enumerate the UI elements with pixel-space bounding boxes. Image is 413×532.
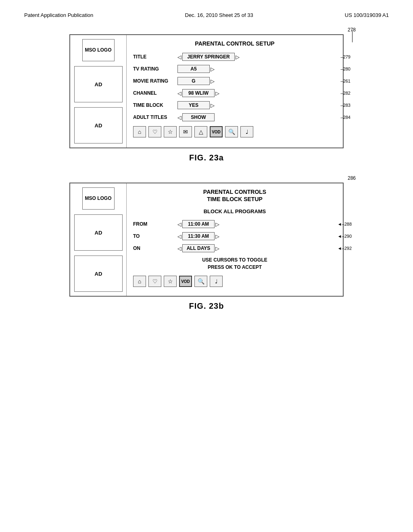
- adult-titles-value: SHOW: [182, 113, 215, 121]
- on-control[interactable]: ◁ ALL DAYS ▷: [177, 244, 336, 252]
- from-arrow-right[interactable]: ▷: [215, 221, 219, 227]
- channel-value: 98 WLIW: [182, 89, 215, 97]
- time-block-row: TIME BLOCK YES ▷ –283: [133, 101, 336, 109]
- screen-23b: MSO LOGO AD AD PARENTAL CONTROLSTIME BLO…: [69, 183, 344, 297]
- patent-header: Patent Application Publication Dec. 16, …: [24, 12, 389, 18]
- movie-rating-control[interactable]: G ▷: [177, 77, 336, 85]
- on-arrow-right[interactable]: ▷: [215, 245, 219, 251]
- icon-bar-23a: ⌂ ♡ ☆ ✉ △ VOD 🔍 ♩: [133, 126, 336, 137]
- channel-row: CHANNEL ◁ 98 WLIW ▷ –282: [133, 89, 336, 97]
- tv-rating-row: TV RATING A5 ▷ –280: [133, 65, 336, 73]
- movie-rating-value: G: [177, 77, 210, 85]
- music-icon-btn-b[interactable]: ♩: [210, 276, 223, 287]
- on-row: ON ◁ ALL DAYS ▷ ◄–292: [133, 244, 336, 252]
- ref-278: 278: [348, 27, 356, 33]
- block-all-label: BLOCK ALL PROGRAMS: [133, 208, 336, 214]
- search-icon-btn[interactable]: 🔍: [225, 126, 238, 137]
- to-arrow-left[interactable]: ◁: [177, 233, 181, 239]
- vod-icon-btn-b[interactable]: VOD: [179, 276, 192, 287]
- title-value: JERRY SPRINGER: [182, 53, 235, 61]
- on-label: ON: [133, 245, 177, 251]
- ad-box-2-23b: AD: [74, 256, 123, 292]
- to-arrow-right[interactable]: ▷: [215, 233, 219, 239]
- time-block-arrow-right[interactable]: ▷: [211, 102, 215, 108]
- screen-23a: MSO LOGO AD AD PARENTAL CONTROL SETUP TI…: [69, 34, 344, 148]
- ref-284: –284: [341, 115, 350, 120]
- mso-logo-23a: MSO LOGO: [82, 39, 115, 61]
- main-content-23a: PARENTAL CONTROL SETUP TITLE ◁ JERRY SPR…: [127, 35, 343, 148]
- search-icon-btn-b[interactable]: 🔍: [194, 276, 207, 287]
- to-row: TO ◁ 11:30 AM ▷ ◄–290: [133, 232, 336, 240]
- patent-header-right: US 100/319039 A1: [345, 12, 389, 18]
- fig23b-label: FIG. 23b: [189, 301, 224, 311]
- title-arrow-left[interactable]: ◁: [177, 54, 181, 60]
- tv-rating-arrow-right[interactable]: ▷: [211, 66, 215, 72]
- channel-control[interactable]: ◁ 98 WLIW ▷: [177, 89, 336, 97]
- tv-rating-control[interactable]: A5 ▷: [177, 65, 336, 73]
- movie-rating-arrow-right[interactable]: ▷: [211, 78, 215, 84]
- to-value: 11:30 AM: [182, 232, 215, 240]
- triangle-icon-btn[interactable]: △: [194, 126, 207, 137]
- adult-titles-control[interactable]: ◁ SHOW: [177, 113, 336, 121]
- ref-279: –279: [341, 54, 350, 59]
- adult-titles-arrow-left[interactable]: ◁: [177, 114, 181, 121]
- from-value: 11:00 AM: [182, 220, 215, 228]
- star-icon-btn-b[interactable]: ☆: [164, 276, 177, 287]
- patent-header-center: Dec. 16, 2010 Sheet 25 of 33: [185, 12, 253, 18]
- ad-box-2-23a: AD: [74, 107, 123, 143]
- channel-arrow-left[interactable]: ◁: [177, 90, 181, 96]
- mail-icon-btn[interactable]: ✉: [179, 126, 192, 137]
- fig23a-label: FIG. 23a: [189, 153, 224, 162]
- music-icon-btn[interactable]: ♩: [240, 126, 253, 137]
- title-arrow-right[interactable]: ▷: [236, 54, 240, 60]
- heart-icon-btn[interactable]: ♡: [148, 126, 161, 137]
- ref-261: –261: [341, 79, 350, 83]
- from-row: FROM ◁ 11:00 AM ▷ ◄–288: [133, 220, 336, 228]
- main-content-23b: PARENTAL CONTROLSTIME BLOCK SETUP BLOCK …: [127, 183, 343, 296]
- ref-290: ◄–290: [338, 234, 352, 239]
- channel-arrow-right[interactable]: ▷: [215, 90, 219, 96]
- sidebar-23b: MSO LOGO AD AD: [70, 183, 127, 296]
- screen-title-23a: PARENTAL CONTROL SETUP: [133, 40, 336, 47]
- info-text-23b: USE CURSORS TO TOGGLEPRESS OK TO ACCEPT: [133, 256, 336, 271]
- title-label: TITLE: [133, 54, 177, 60]
- heart-icon-btn-b[interactable]: ♡: [148, 276, 161, 287]
- from-control[interactable]: ◁ 11:00 AM ▷: [177, 220, 336, 228]
- from-arrow-left[interactable]: ◁: [177, 221, 181, 227]
- to-label: TO: [133, 233, 177, 239]
- adult-titles-label: ADULT TITLES: [133, 114, 177, 120]
- time-block-control[interactable]: YES ▷: [177, 101, 336, 109]
- channel-label: CHANNEL: [133, 90, 177, 96]
- ref-282: –282: [341, 91, 350, 96]
- tv-rating-label: TV RATING: [133, 66, 177, 72]
- ref-288: ◄–288: [338, 222, 352, 227]
- figure-23b-wrapper: 286 MSO LOGO AD AD PARENTAL CONTROLSTIME…: [24, 183, 389, 311]
- tv-rating-value: A5: [177, 65, 210, 73]
- figure-23a-wrapper: 278 MSO LOGO AD AD PARENTAL CONTROL SETU…: [24, 34, 389, 162]
- adult-titles-row: ADULT TITLES ◁ SHOW –284: [133, 113, 336, 121]
- ref-292: ◄–292: [338, 246, 352, 251]
- screen-title-23b: PARENTAL CONTROLSTIME BLOCK SETUP: [133, 188, 336, 203]
- ad-box-1-23a: AD: [74, 66, 123, 102]
- title-control[interactable]: ◁ JERRY SPRINGER ▷: [177, 53, 336, 61]
- vod-icon-btn[interactable]: VOD: [210, 126, 223, 137]
- time-block-label: TIME BLOCK: [133, 102, 177, 108]
- movie-rating-row: MOVIE RATING G ▷ –261: [133, 77, 336, 85]
- icon-bar-23b: ⌂ ♡ ☆ VOD 🔍 ♩: [133, 276, 336, 287]
- from-label: FROM: [133, 221, 177, 227]
- mso-logo-23b: MSO LOGO: [82, 187, 115, 210]
- ad-box-1-23b: AD: [74, 214, 123, 251]
- ref-283: –283: [341, 103, 350, 108]
- home-icon-btn-b[interactable]: ⌂: [133, 276, 146, 287]
- on-value: ALL DAYS: [182, 244, 215, 252]
- to-control[interactable]: ◁ 11:30 AM ▷: [177, 232, 336, 240]
- home-icon-btn[interactable]: ⌂: [133, 126, 146, 137]
- sidebar-23a: MSO LOGO AD AD: [70, 35, 127, 148]
- patent-header-left: Patent Application Publication: [24, 12, 93, 18]
- ref-286: 286: [348, 175, 356, 181]
- page-container: Patent Application Publication Dec. 16, …: [0, 0, 413, 532]
- on-arrow-left[interactable]: ◁: [177, 245, 181, 251]
- movie-rating-label: MOVIE RATING: [133, 78, 177, 84]
- title-row: TITLE ◁ JERRY SPRINGER ▷ –279: [133, 53, 336, 61]
- star-icon-btn[interactable]: ☆: [164, 126, 177, 137]
